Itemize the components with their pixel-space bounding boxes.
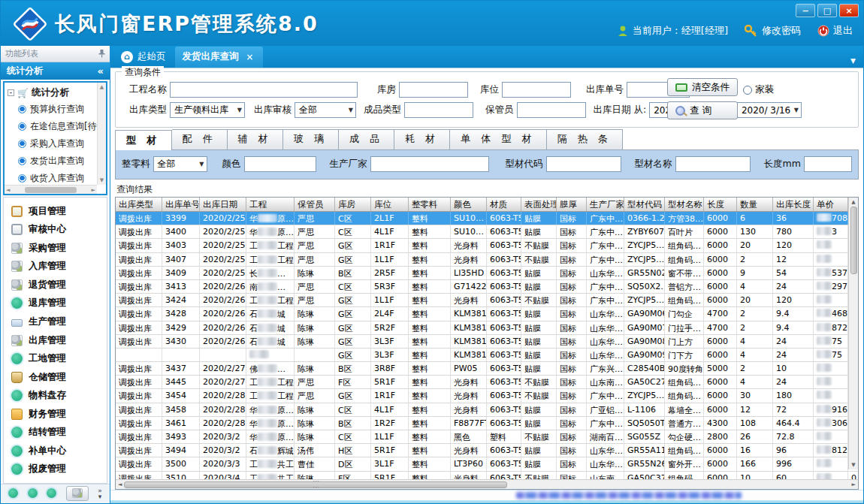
pin-icon[interactable] bbox=[98, 50, 105, 58]
date-to-select[interactable]: 2020/ 3/16▼ bbox=[737, 102, 802, 118]
table-row-16[interactable]: 调拨出库34932020/3/2华原…陈琳C区1L1F整料黑色塑料不贴膜国标湖南… bbox=[116, 430, 858, 444]
column-header-出库长度[interactable]: 出库长度 bbox=[773, 198, 814, 211]
logout-button[interactable]: 退出 bbox=[817, 24, 853, 38]
table-vertical-scrollbar[interactable]: ▲▼ bbox=[848, 198, 858, 469]
table-horizontal-scrollbar[interactable]: ◄► bbox=[116, 479, 858, 489]
manufacturer-input[interactable] bbox=[370, 156, 489, 172]
whole-part-select[interactable]: 全部▼ bbox=[153, 156, 207, 172]
change-password-button[interactable]: 修改密码 bbox=[745, 24, 801, 38]
sidebar-item-结转管理[interactable]: 结转管理 bbox=[11, 426, 107, 439]
vertical-scroll-thumb[interactable] bbox=[850, 207, 857, 274]
column-header-生产厂家[interactable]: 生产厂家 bbox=[587, 198, 624, 211]
column-header-表面处理[interactable]: 表面处理 bbox=[521, 198, 557, 211]
collapse-icon[interactable]: « bbox=[98, 65, 104, 77]
keeper-input[interactable] bbox=[517, 102, 586, 118]
footer-more-button[interactable]: »▾ bbox=[98, 487, 102, 499]
clear-conditions-button[interactable]: 清空条件 bbox=[667, 78, 738, 96]
sidebar-item-退货管理[interactable]: 退货管理 bbox=[11, 279, 107, 291]
column-header-出库类型[interactable]: 出库类型 bbox=[116, 198, 162, 211]
tab-close-icon[interactable]: × bbox=[246, 52, 254, 62]
tree-item-0[interactable]: 预算执行查询 bbox=[8, 101, 106, 118]
column-header-工程[interactable]: 工程 bbox=[246, 198, 295, 211]
sidebar-item-报废管理[interactable]: 报废管理 bbox=[11, 463, 107, 475]
material-tab-成品[interactable]: 成 品 bbox=[339, 129, 394, 149]
footer-dot-icon[interactable] bbox=[8, 488, 18, 498]
project-name-input[interactable] bbox=[170, 82, 358, 98]
minimize-button[interactable]: − bbox=[796, 4, 815, 17]
tab-overflow-icon[interactable]: ▼ bbox=[850, 57, 856, 65]
tree-vertical-scrollbar[interactable]: ▲▼ bbox=[97, 83, 106, 185]
column-header-整零料[interactable]: 整零料 bbox=[409, 198, 451, 211]
table-row-8[interactable]: 调拨出库34292020/2/26石城陈琳G区5R2F整料KLM38176063… bbox=[116, 321, 858, 335]
table-row-17[interactable]: 调拨出库34942020/3/2石辉城汤伟H区5R1F整料光身料6063-T5贴… bbox=[116, 444, 858, 457]
column-header-库位[interactable]: 库位 bbox=[371, 198, 409, 211]
table-row-2[interactable]: 调拨出库34032020/2/25工工程严思G区1R1F整料光身料6063-T5… bbox=[116, 239, 858, 252]
warehouse-input[interactable] bbox=[399, 82, 468, 98]
table-row-12[interactable]: 调拨出库34452020/2/27工工程严思F区5R1F整料光身料6063-T5… bbox=[116, 376, 858, 389]
column-header-膜厚[interactable]: 膜厚 bbox=[557, 198, 587, 211]
table-row-5[interactable]: 调拨出库34132020/2/26南…严思C区5R3F整料G714226063-… bbox=[116, 280, 858, 294]
location-input[interactable] bbox=[502, 82, 571, 98]
table-row-0[interactable]: 调拨出库33992020/2/25华原…严思C区2L1F整料SU10…6063-… bbox=[116, 212, 858, 225]
out-audit-select[interactable]: 全部▼ bbox=[295, 102, 356, 118]
table-row-1[interactable]: 调拨出库34002020/2/25华原…严思C区4L1F整料SU10…6063-… bbox=[116, 225, 858, 239]
sidebar-item-审核中心[interactable]: 审核中心 bbox=[11, 223, 107, 236]
column-header-型材名称[interactable]: 型材名称 bbox=[665, 198, 704, 211]
footer-dot-icon[interactable] bbox=[28, 488, 38, 498]
length-input[interactable] bbox=[804, 156, 852, 172]
jiazhuang-radio[interactable] bbox=[743, 86, 752, 95]
column-header-保管员[interactable]: 保管员 bbox=[295, 198, 335, 211]
section-header[interactable]: 统计分析 « bbox=[1, 62, 110, 80]
column-header-库房[interactable]: 库房 bbox=[335, 198, 371, 211]
material-tab-型材[interactable]: 型 材 bbox=[115, 130, 172, 150]
tree-root-stats[interactable]: - 🛒 统计分析 bbox=[8, 85, 106, 101]
sidebar-item-采购管理[interactable]: 采购管理 bbox=[11, 242, 107, 255]
tab-shipment-out-query[interactable]: 发货出库查询 × bbox=[175, 47, 263, 68]
out-type-select[interactable]: 生产领料出库▼ bbox=[170, 102, 245, 118]
footer-dot-icon[interactable] bbox=[47, 488, 56, 498]
sidebar-item-财务管理[interactable]: 财务管理 bbox=[11, 408, 107, 421]
table-row-11[interactable]: 调拨出库34372020/2/27佛…陈琳B区3R8F整料PW056063-T5… bbox=[116, 362, 858, 376]
table-row-18[interactable]: 调拨出库35002020/3/3工共工程曹佳D区3L1F整料LT3P606063… bbox=[116, 457, 858, 471]
sidebar-item-生产管理[interactable]: 生产管理 bbox=[11, 315, 107, 328]
column-header-出库单号[interactable]: 出库单号 bbox=[162, 198, 200, 211]
sidebar-item-仓储管理[interactable]: 仓储管理 bbox=[11, 371, 107, 384]
material-tab-单体型材[interactable]: 单 体 型 材 bbox=[450, 129, 546, 149]
material-tab-玻璃[interactable]: 玻 璃 bbox=[283, 129, 339, 149]
column-header-颜色[interactable]: 颜色 bbox=[451, 198, 487, 211]
profile-name-input[interactable] bbox=[675, 156, 751, 172]
column-header-数量[interactable]: 数量 bbox=[737, 198, 773, 211]
sidebar-item-出库管理[interactable]: 出库管理 bbox=[11, 334, 107, 347]
table-row-10[interactable]: G区3L3F整料KLM38176063-T5贴膜国标山东华…GA90M09…门下… bbox=[116, 349, 858, 362]
material-tab-配件[interactable]: 配 件 bbox=[172, 129, 228, 149]
table-row-9[interactable]: 调拨出库34302020/2/26石城陈琳G区3L3F整料KLM38176063… bbox=[116, 335, 858, 349]
tree-item-3[interactable]: 发货出库查询 bbox=[8, 152, 106, 170]
tree-horizontal-scrollbar[interactable]: ◄► bbox=[5, 185, 97, 194]
column-header-材质[interactable]: 材质 bbox=[487, 198, 521, 211]
sidebar-item-项目管理[interactable]: 项目管理 bbox=[11, 205, 107, 218]
material-tab-耗材[interactable]: 耗 材 bbox=[394, 129, 450, 149]
color-input[interactable] bbox=[244, 156, 316, 172]
tree-item-2[interactable]: 采购入库查询 bbox=[8, 135, 106, 152]
table-row-6[interactable]: 调拨出库34242020/2/26工工程严思G区1L1F整料光身料6063-T5… bbox=[116, 294, 858, 307]
close-button[interactable]: × bbox=[839, 4, 859, 17]
table-row-13[interactable]: 调拨出库34542020/2/28工工程严思G区1R1F整料光身料6063-T5… bbox=[116, 389, 858, 403]
profile-code-input[interactable] bbox=[546, 156, 621, 172]
maximize-button[interactable]: □ bbox=[817, 4, 837, 17]
product-type-input[interactable] bbox=[404, 102, 473, 118]
table-row-19[interactable]: 调拨出库35102020/3/4工共工程陈琳F区5R1F整料光身料6063-T5… bbox=[116, 472, 858, 479]
tree-item-1[interactable]: 在途信息查询[待 bbox=[8, 118, 106, 135]
sidebar-item-退库管理[interactable]: 退库管理 bbox=[11, 297, 107, 309]
material-tab-隔热条[interactable]: 隔 热 条 bbox=[547, 129, 623, 149]
table-row-15[interactable]: 调拨出库34612020/2/28华原…陈琳B区1R2F整料F8877FT606… bbox=[116, 417, 858, 430]
sidebar-item-物料盘存[interactable]: 物料盘存 bbox=[11, 389, 107, 402]
table-row-4[interactable]: 调拨出库34092020/2/25长…陈琳B区2R5F整料LI35HD6063-… bbox=[116, 267, 858, 280]
column-header-出库日期[interactable]: 出库日期 bbox=[200, 198, 246, 211]
table-row-3[interactable]: 调拨出库34072020/2/25工工程严思G区1L1F整料光身料6063-T5… bbox=[116, 253, 858, 267]
column-header-单价[interactable]: 单价 bbox=[814, 198, 848, 211]
column-header-型材代码[interactable]: 型材代码 bbox=[624, 198, 665, 211]
table-row-14[interactable]: 调拨出库34582020/2/28华原…陈琳C区4L1F整料光身料6063-T5… bbox=[116, 403, 858, 417]
search-button[interactable]: 查 询 bbox=[667, 101, 738, 119]
horizontal-scroll-thumb[interactable] bbox=[124, 481, 507, 488]
sidebar-item-工地管理[interactable]: 工地管理 bbox=[11, 352, 107, 365]
